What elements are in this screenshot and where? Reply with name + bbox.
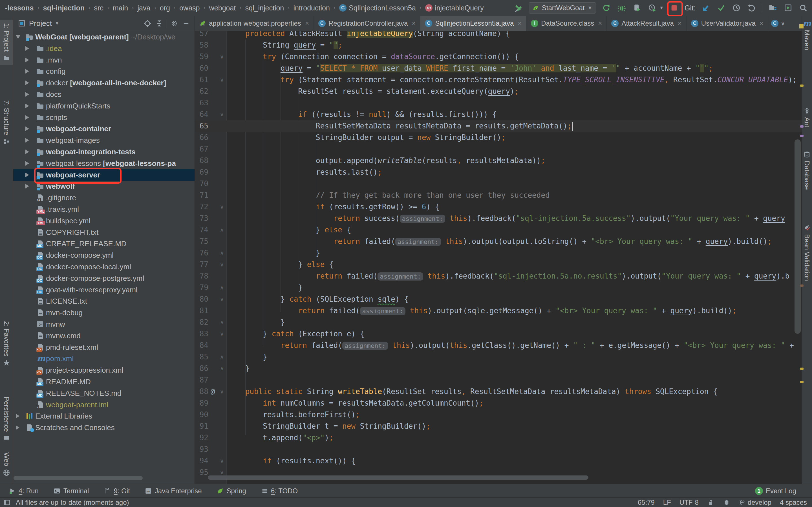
tool-window-quick-access-icon[interactable]: [3, 499, 11, 506]
project-horizontal-scrollbar[interactable]: [13, 476, 143, 480]
toolwindow-button-spring[interactable]: Spring: [216, 487, 246, 495]
run-configuration-select[interactable]: StartWebGoat ▼: [529, 2, 596, 13]
line-number[interactable]: 62: [195, 86, 208, 97]
stripe-button-7-structure[interactable]: 7: Structure: [0, 100, 13, 145]
indent-style[interactable]: 4 spaces: [780, 499, 807, 506]
line-number[interactable]: 74: [195, 224, 208, 236]
toolwindow-button--todo[interactable]: 6: TODO: [261, 487, 298, 495]
hide-panel-icon[interactable]: [182, 19, 191, 28]
tree-row-pmd-ruleset.xml[interactable]: <>pmd-ruleset.xml: [13, 342, 195, 353]
unlock-icon[interactable]: [707, 499, 714, 506]
tree-row-.idea[interactable]: .idea: [13, 43, 195, 54]
toolwindow-button-java-enterprise[interactable]: EEJava Enterprise: [145, 487, 202, 495]
code-line-92[interactable]: 92 t.append("<p>");: [195, 432, 802, 444]
tree-row-webgoat-container[interactable]: webgoat-container: [13, 123, 195, 135]
line-number[interactable]: 90: [195, 409, 208, 420]
collapse-all-icon[interactable]: [155, 19, 164, 28]
tree-row-LICENSE.txt[interactable]: LICENSE.txt: [13, 295, 195, 307]
line-number[interactable]: 85: [195, 351, 208, 363]
breadcrumb-item[interactable]: sql-injection: [43, 4, 85, 12]
stripe-button-web[interactable]: Web: [0, 452, 13, 476]
line-number[interactable]: 83: [195, 328, 208, 340]
tab-UserValidator.java[interactable]: CUserValidator.java×: [687, 16, 768, 31]
caret-position[interactable]: 65:79: [638, 499, 655, 506]
error-stripe-mark[interactable]: [800, 381, 804, 383]
line-number[interactable]: 87: [195, 374, 208, 386]
code-line-65[interactable]: 65 ResultSetMetaData resultsMetaData = r…: [195, 120, 802, 132]
stripe-button-database[interactable]: Database: [802, 151, 812, 190]
code-line-70[interactable]: 70: [195, 178, 802, 189]
breadcrumb-item[interactable]: src: [94, 4, 103, 12]
remote-host-icon[interactable]: [768, 3, 777, 13]
line-number[interactable]: 66: [195, 132, 208, 144]
tree-row-mvnw.cmd[interactable]: mvnw.cmd: [13, 330, 195, 342]
code-line-73[interactable]: 73 return success(assignment: this).feed…: [195, 213, 802, 224]
tree-row-webgoat-integration-tests[interactable]: webgoat-integration-tests: [13, 146, 195, 158]
vcs-commit-icon[interactable]: [716, 3, 726, 13]
code-line-68[interactable]: 68 output.append(writeTable(results, res…: [195, 155, 802, 166]
tree-row-.travis.yml[interactable]: YML.travis.yml: [13, 204, 195, 215]
tree-row-docker-compose-postgres.yml[interactable]: DCdocker-compose-postgres.yml: [13, 273, 195, 284]
vertical-scrollbar[interactable]: [795, 139, 801, 334]
stripe-button-1-project[interactable]: 1: Project: [0, 20, 13, 65]
rollback-icon[interactable]: [747, 3, 756, 13]
tree-row-goat-with-reverseproxy.yaml[interactable]: DCgoat-with-reverseproxy.yaml: [13, 284, 195, 296]
locate-icon[interactable]: [143, 19, 152, 28]
tree-row-webgoat-images[interactable]: webgoat-images: [13, 135, 195, 146]
fold-collapse-icon[interactable]: ∨: [218, 74, 225, 86]
line-number[interactable]: 91: [195, 420, 208, 432]
breadcrumb-item[interactable]: owasp: [179, 4, 200, 12]
fold-expand-icon[interactable]: ∧: [218, 317, 225, 328]
line-number[interactable]: 84: [195, 340, 208, 351]
error-stripe-summary[interactable]: [799, 24, 804, 29]
fold-collapse-icon[interactable]: ∨: [218, 259, 225, 270]
error-stripe-mark[interactable]: [800, 284, 804, 287]
code-line-61[interactable]: 61∨ try (Statement statement = connectio…: [195, 74, 802, 86]
code-line-58[interactable]: 58 String query = "";: [195, 40, 802, 51]
line-number[interactable]: 68: [195, 155, 208, 166]
tree-row-External-Libraries[interactable]: External Libraries: [13, 410, 195, 422]
code-line-59[interactable]: 59∨ try (Connection connection = dataSou…: [195, 51, 802, 62]
code-line-75[interactable]: 75 return failed(assignment: this).outpu…: [195, 236, 802, 247]
chevron-down-icon[interactable]: ▼: [659, 5, 664, 10]
code-line-64[interactable]: 64∨ if ((results != null) && (results.fi…: [195, 109, 802, 120]
line-number[interactable]: 93: [195, 444, 208, 455]
tree-row-COPYRIGHT.txt[interactable]: COPYRIGHT.txt: [13, 227, 195, 238]
event-log-button[interactable]: 1 Event Log: [755, 487, 796, 495]
code-line-77[interactable]: 77∨ } else {: [195, 259, 802, 270]
code-line-63[interactable]: 63: [195, 97, 802, 109]
code-line-79[interactable]: 79∧ }: [195, 282, 802, 293]
tree-row-CREATE-RELEASE.MD[interactable]: MDCREATE_RELEASE.MD: [13, 238, 195, 249]
tree-row-platformQuickStarts[interactable]: platformQuickStarts: [13, 100, 195, 112]
panel-splitter[interactable]: [195, 16, 195, 507]
code-line-76[interactable]: 76∧ }: [195, 247, 802, 259]
build-hammer-icon[interactable]: [513, 3, 523, 13]
line-number[interactable]: 63: [195, 97, 208, 109]
breadcrumb-item[interactable]: java: [138, 4, 151, 12]
tree-collapsed-arrow[interactable]: [26, 138, 29, 143]
code-line-80[interactable]: 80∨ } catch (SQLException sqle) {: [195, 293, 802, 305]
breadcrumb-item[interactable]: org: [160, 4, 170, 12]
hidden-tabs-dropdown[interactable]: C∨: [768, 16, 788, 31]
tree-collapsed-arrow[interactable]: [26, 92, 29, 97]
code-line-83[interactable]: 83∨ } catch (Exception e) {: [195, 328, 802, 340]
code-line-87[interactable]: 87: [195, 374, 802, 386]
tree-collapsed-arrow[interactable]: [26, 115, 29, 120]
breadcrumb-item[interactable]: minjectableQuery: [425, 4, 484, 12]
tree-row-README.MD[interactable]: MDREADME.MD: [13, 376, 195, 388]
horizontal-scrollbar[interactable]: [208, 475, 589, 480]
stripe-button-persistence[interactable]: Persistence: [0, 397, 13, 442]
line-number[interactable]: 78: [195, 270, 208, 282]
code-editor[interactable]: 57 protected AttackResult injectableQuer…: [195, 31, 802, 507]
code-line-84[interactable]: 84 return failed(assignment: this).outpu…: [195, 340, 802, 351]
close-icon[interactable]: ×: [598, 19, 602, 27]
line-number[interactable]: 86: [195, 363, 208, 374]
breadcrumb-item[interactable]: introduction: [294, 4, 330, 12]
line-number[interactable]: 76: [195, 247, 208, 259]
line-number[interactable]: 81: [195, 305, 208, 317]
line-number[interactable]: 75: [195, 236, 208, 247]
stripe-button-2-favorites[interactable]: 2: Favorites: [0, 321, 13, 367]
fold-collapse-icon[interactable]: ∨: [218, 293, 225, 305]
tree-collapsed-arrow[interactable]: [16, 425, 19, 430]
toolwindow-button--run[interactable]: 4: Run: [8, 487, 39, 495]
